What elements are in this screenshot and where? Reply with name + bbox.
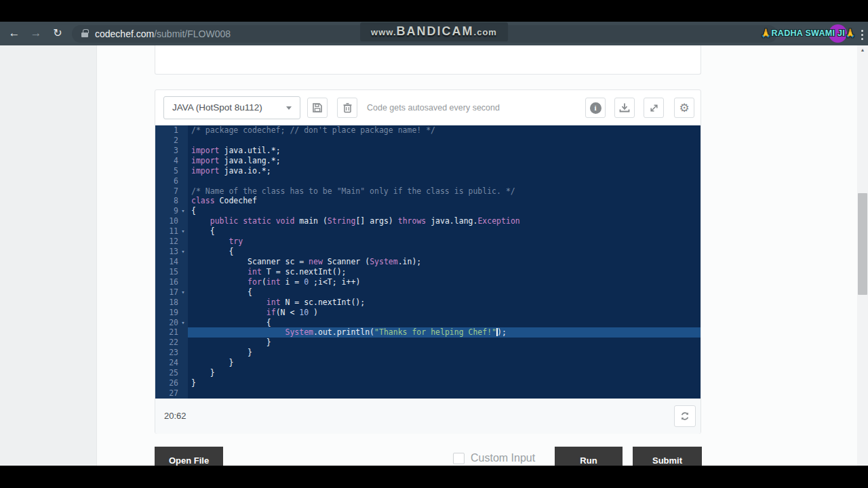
code-token: N = sc.nextInt();: [281, 298, 366, 307]
fold-caret-icon[interactable]: ▾: [178, 287, 188, 298]
code-line[interactable]: 21 System.out.println("Thanks for helpin…: [155, 327, 701, 338]
code-line[interactable]: 17▾ {: [155, 287, 701, 298]
fold-spacer: [178, 176, 188, 186]
delete-button[interactable]: [337, 98, 357, 118]
code-line[interactable]: 12 try: [155, 237, 701, 247]
bandicam-watermark: www.BANDICAM.com: [360, 22, 508, 41]
line-number: 23: [155, 348, 178, 358]
code-line[interactable]: 23 }: [155, 348, 701, 358]
code-text: {: [188, 206, 701, 216]
code-text: /* package codechef; // don't place pack…: [188, 125, 701, 136]
code-token: [191, 327, 285, 337]
page-scrollbar[interactable]: ▲: [857, 45, 868, 466]
code-token: int: [248, 267, 262, 277]
code-line[interactable]: 4import java.lang.*;: [155, 156, 701, 166]
letterbox-bottom: [0, 466, 868, 488]
language-selector[interactable]: JAVA (HotSpot 8u112): [163, 96, 300, 119]
code-text: class Codechef: [188, 196, 701, 206]
fold-caret-icon[interactable]: ▾: [178, 318, 188, 328]
line-number: 6: [155, 176, 178, 186]
fold-spacer: [178, 388, 188, 399]
code-line[interactable]: 7/* Name of the class has to be "Main" o…: [155, 186, 701, 197]
code-token: Exception: [477, 216, 519, 226]
code-line[interactable]: 25 }: [155, 368, 701, 378]
info-button[interactable]: i: [585, 98, 606, 118]
profile-name: 🙏RADHA SWAMI JI🙏: [761, 28, 856, 38]
line-number: 20: [155, 318, 178, 328]
code-token: }: [191, 378, 196, 388]
custom-input-checkbox[interactable]: [453, 453, 465, 464]
fold-spacer: [178, 358, 188, 368]
code-line[interactable]: 27: [155, 388, 701, 399]
code-text: }: [188, 378, 701, 388]
code-token: try: [229, 237, 243, 246]
code-line[interactable]: 11▾ {: [155, 226, 701, 237]
fullscreen-button[interactable]: [644, 98, 664, 118]
code-token: [] args): [355, 216, 397, 226]
scrollbar-up-icon[interactable]: ▲: [857, 45, 868, 55]
code-line[interactable]: 2: [155, 136, 701, 146]
code-token: }: [191, 368, 215, 378]
line-number: 19: [155, 308, 178, 318]
scrollbar-thumb[interactable]: [858, 193, 867, 295]
code-line[interactable]: 19 if(N < 10 ): [155, 308, 701, 318]
code-token: .out.println(: [313, 327, 374, 337]
code-token: System: [370, 257, 398, 266]
code-line[interactable]: 3import java.util.*;: [155, 146, 701, 156]
code-line[interactable]: 10 public static void main (String[] arg…: [155, 216, 701, 226]
code-line[interactable]: 16 for(int i = 0 ;i<T; i++): [155, 277, 701, 287]
fold-caret-icon[interactable]: ▾: [178, 226, 188, 237]
code-token: for: [248, 277, 262, 287]
browser-reload-icon[interactable]: ↻: [49, 22, 66, 45]
fold-spacer: [178, 267, 188, 277]
trash-icon: [342, 102, 353, 113]
settings-button[interactable]: ⚙: [674, 98, 694, 118]
download-button[interactable]: [614, 98, 635, 118]
code-line[interactable]: 15 int T = sc.nextInt();: [155, 267, 701, 277]
code-editor[interactable]: 1/* package codechef; // don't place pac…: [155, 125, 701, 399]
expand-icon: [649, 103, 659, 113]
code-text: [188, 136, 701, 146]
problem-panel-partial: [155, 45, 701, 75]
fold-spacer: [178, 136, 188, 146]
page-content: JAVA (HotSpot 8u112): [0, 45, 868, 466]
code-line[interactable]: 1/* package codechef; // don't place pac…: [155, 125, 701, 136]
fold-spacer: [178, 257, 188, 267]
code-line[interactable]: 14 Scanner sc = new Scanner (System.in);: [155, 257, 701, 267]
reset-code-button[interactable]: [674, 405, 696, 427]
save-button[interactable]: [307, 98, 328, 118]
code-line[interactable]: 6: [155, 176, 701, 186]
code-line[interactable]: 18 int N = sc.nextInt();: [155, 298, 701, 308]
fold-spacer: [178, 196, 188, 206]
code-line[interactable]: 24 }: [155, 358, 701, 368]
line-number: 22: [155, 338, 178, 348]
code-text: public static void main (String[] args) …: [188, 216, 701, 226]
code-text: for(int i = 0 ;i<T; i++): [188, 277, 701, 287]
code-line[interactable]: 13▾ {: [155, 247, 701, 257]
fold-spacer: [178, 308, 188, 318]
code-text: int N = sc.nextInt();: [188, 298, 701, 308]
line-number: 13: [155, 247, 178, 257]
fold-spacer: [178, 237, 188, 247]
fold-caret-icon[interactable]: ▾: [178, 206, 188, 216]
code-token: java.lang.*;: [220, 156, 281, 165]
browser-forward-icon[interactable]: →: [27, 22, 45, 45]
fold-spacer: [178, 338, 188, 348]
code-line[interactable]: 22 }: [155, 338, 701, 348]
code-line[interactable]: 5import java.io.*;: [155, 166, 701, 176]
browser-menu-icon[interactable]: [860, 28, 865, 41]
code-token: import: [191, 146, 220, 155]
fold-caret-icon[interactable]: ▾: [178, 247, 188, 257]
url-text: codechef.com/submit/FLOW008: [95, 25, 231, 43]
watermark-prefix: www.: [371, 27, 396, 37]
code-line[interactable]: 26}: [155, 378, 701, 388]
autosave-note: Code gets autosaved every second: [367, 90, 500, 125]
browser-toolbar: ← → ↻ codechef.com/submit/FLOW008 www.BA…: [0, 22, 868, 45]
browser-back-icon[interactable]: ←: [5, 22, 23, 45]
code-line[interactable]: 20▾ {: [155, 318, 701, 328]
code-text: }: [188, 358, 701, 368]
code-token: i =: [281, 277, 304, 287]
code-line[interactable]: 8class Codechef: [155, 196, 701, 206]
code-line[interactable]: 9▾{: [155, 206, 701, 216]
code-token: [191, 308, 267, 317]
